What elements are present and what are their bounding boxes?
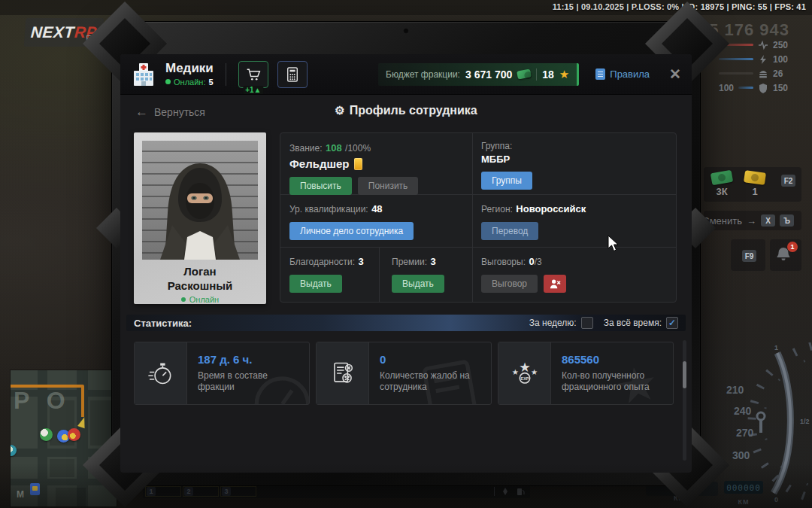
grant-thanks-button[interactable]: Выдать: [289, 275, 342, 293]
key-hint-hardsign: Ъ: [780, 214, 794, 227]
page-title: ⚙Профиль сотрудника: [120, 104, 692, 117]
week-checkbox[interactable]: [581, 317, 593, 329]
budget-divider: [536, 68, 537, 81]
statistics-bar: Статистика: За неделю: За всё время: ✓: [126, 315, 686, 331]
stat-value: 865560: [562, 353, 667, 366]
tablet-screen: Медики Онлайн: 5 +1▲: [120, 54, 692, 473]
budget-value: 3 671 700: [465, 68, 512, 81]
qualification-cell: Ур. квалификации: 48 Личное дело сотрудн…: [280, 194, 472, 248]
employee-photo-card: Логан Раскошный Онлайн: [134, 132, 266, 304]
fuel-top-label: 1: [774, 344, 778, 351]
groups-button[interactable]: Группы: [481, 172, 532, 190]
svg-text:★: ★: [511, 368, 518, 376]
armor-row: 100 150: [695, 81, 792, 95]
thanks-label: Благодарности:: [289, 257, 355, 267]
employee-online-status: Онлайн: [142, 295, 258, 304]
speed-tick-210: 210: [726, 384, 744, 396]
money-bill-icon: [517, 69, 532, 80]
calculator-button[interactable]: [277, 61, 308, 88]
promote-button[interactable]: Повысить: [289, 177, 352, 195]
map-blip-red: [68, 428, 80, 441]
svg-text:★: ★: [531, 368, 538, 376]
group-cell: Группа: МББР Группы: [472, 133, 677, 197]
stats-scrollbar-thumb[interactable]: [683, 361, 686, 388]
stat-card-complaints: 0 Количество жалоб на сотрудника: [316, 342, 492, 405]
key-hint-f2: F2: [781, 175, 795, 187]
reprimand-button[interactable]: Выговор: [481, 275, 538, 293]
group-value: МББР: [481, 154, 668, 165]
notification-bell[interactable]: 1: [774, 245, 794, 265]
armor-bar: [738, 87, 753, 89]
switch-arrow-icon: →: [747, 215, 756, 227]
grant-bonus-button[interactable]: Выдать: [392, 275, 444, 293]
stopwatch-icon: [147, 359, 175, 388]
faction-title-block: Медики Онлайн: 5: [165, 62, 214, 87]
rank-name: Фельдшер: [289, 157, 349, 170]
employee-name: Логан Раскошный: [142, 265, 258, 294]
player-arrow-icon: [77, 416, 88, 428]
personal-file-button[interactable]: Личное дело сотрудника: [289, 222, 414, 240]
cash-amount: 3К: [716, 186, 727, 197]
region-value: Новороссийск: [516, 203, 586, 214]
map-blip-green: [40, 428, 53, 441]
tablet-camera: [403, 28, 409, 34]
complaint-icon: [329, 359, 357, 388]
online-count: 5: [208, 78, 213, 87]
hooded-figure: [142, 141, 258, 260]
alltime-checkbox[interactable]: ✓: [666, 317, 678, 329]
ticket-icon: [744, 170, 766, 185]
energy-value: 100: [773, 54, 792, 65]
demote-button[interactable]: Понизить: [358, 177, 419, 195]
transfer-button[interactable]: Перевод: [481, 222, 538, 240]
week-label: За неделю:: [529, 318, 577, 328]
rank-value: 108: [326, 142, 342, 154]
stat-label: Кол-во полученного фракционного опыта: [562, 370, 667, 393]
employee-photo: [142, 141, 258, 260]
ticket-item: 1: [744, 172, 765, 197]
online-dot-icon: [181, 297, 186, 302]
bell-count-badge: 1: [787, 242, 798, 252]
region-label: Регион:: [481, 204, 513, 214]
food-bar: [719, 72, 753, 75]
budget-stars-value: 18: [542, 68, 554, 81]
stats-scrollbar[interactable]: [683, 340, 686, 461]
svg-text:EXP: EXP: [520, 376, 529, 381]
wrench-icon: [757, 412, 765, 433]
cart-icon: [246, 67, 261, 82]
fuel-mid-label: 1/2: [800, 418, 810, 425]
stat-label: Количество жалоб на сотрудника: [380, 370, 485, 393]
thanks-cell: Благодарности: 3 Выдать: [280, 247, 379, 300]
rules-label: Правила: [610, 68, 650, 80]
rules-button[interactable]: Правила: [595, 68, 650, 80]
game-scene: 11:15 | 09.10.2025 | P.LOSS: 0% | ID: 18…: [0, 0, 812, 508]
fire-employee-button[interactable]: [544, 275, 566, 293]
speed-tick-270: 270: [736, 427, 754, 439]
rules-book-icon: [595, 68, 605, 80]
online-label: Онлайн:: [174, 78, 205, 87]
nav-row: ← Вернуться ⚙Профиль сотрудника: [120, 95, 692, 128]
statistics-title: Статистика:: [134, 318, 192, 329]
tablet-device: Медики Онлайн: 5 +1▲: [111, 21, 701, 486]
stat-card-exp: ★ ★ ★ EXP 865560 Кол-во полученного фрак…: [498, 342, 674, 405]
energy-bar: [719, 58, 753, 60]
armor-value: 150: [773, 83, 792, 93]
rank-cell: Звание: 108 /100% Фельдшер Повысить Пони…: [280, 133, 472, 202]
food-row: 26: [695, 66, 792, 81]
switch-hint: Сменить → X Ъ: [702, 214, 794, 227]
reprimands-cell: Выговоры: 0/3 Выговор: [472, 247, 677, 300]
calculator-icon: [286, 67, 299, 82]
alltime-filter[interactable]: За всё время: ✓: [604, 317, 678, 329]
faction-budget: Бюджет фракции: 3 671 700 18 ★: [378, 63, 579, 86]
rank-max: /100%: [345, 143, 371, 154]
star-icon: ★: [559, 68, 569, 81]
qualification-value: 48: [371, 203, 382, 214]
reprimands-label: Выговоры:: [481, 257, 526, 267]
armor-left-value: 100: [719, 83, 734, 93]
close-button[interactable]: ✕: [669, 67, 681, 81]
energy-icon: [758, 54, 768, 65]
region-cell: Регион: Новороссийск Перевод: [472, 194, 677, 248]
online-dot-icon: [165, 79, 171, 84]
week-filter[interactable]: За неделю:: [529, 317, 593, 329]
medal-icon: [354, 158, 362, 170]
shop-cart-button[interactable]: +1▲: [238, 61, 268, 88]
